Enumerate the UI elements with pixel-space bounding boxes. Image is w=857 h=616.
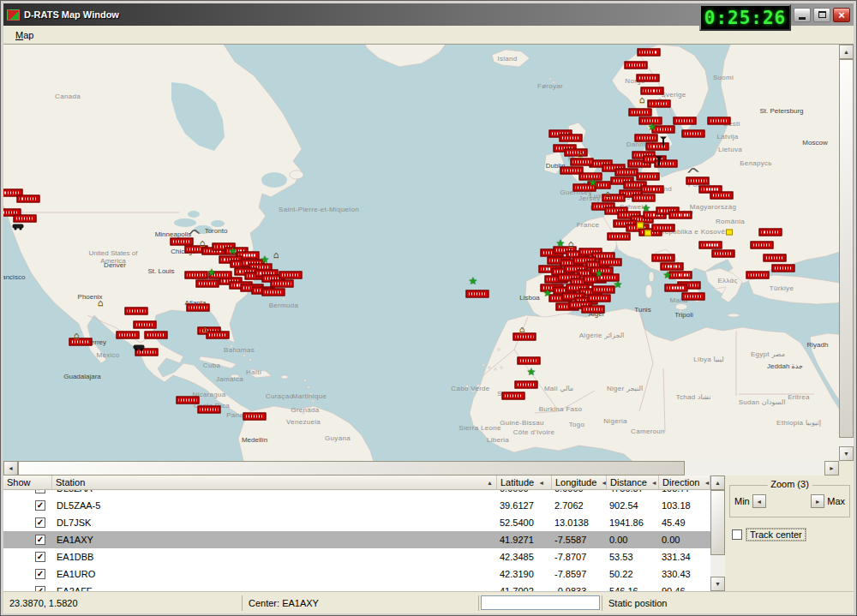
station-marker-red[interactable] (608, 233, 631, 241)
show-checkbox[interactable]: ✓ (35, 500, 45, 511)
map-hscroll-track[interactable] (18, 461, 824, 475)
status-entry-field[interactable] (481, 595, 600, 610)
minimize-button[interactable] (794, 8, 811, 22)
station-marker-red[interactable] (177, 397, 200, 404)
station-marker-red[interactable] (648, 100, 671, 108)
station-marker-red[interactable] (764, 254, 787, 262)
station-marker-star[interactable]: ★ (642, 203, 651, 213)
station-marker-antenna[interactable] (662, 139, 664, 147)
zoom-in-button[interactable]: ► (811, 494, 824, 508)
table-row[interactable]: ✓DL7JSK52.540013.01381941.8645.49 (3, 514, 710, 531)
station-marker-red[interactable] (69, 338, 93, 346)
table-row[interactable]: ✓EA1URO42.3190-7.859750.22330.43 (3, 565, 710, 583)
station-marker-red[interactable] (565, 149, 588, 157)
zoom-out-button[interactable]: ◄ (752, 494, 766, 508)
map-horizontal-scrollbar[interactable]: ◄ ► (3, 461, 839, 475)
map-hscroll-thumb[interactable] (18, 461, 685, 475)
show-checkbox[interactable]: ✓ (35, 586, 45, 591)
station-marker-house[interactable]: ⌂ (568, 239, 574, 248)
table-scrollbar[interactable]: ▲ ▼ (710, 475, 725, 591)
station-marker-red[interactable] (518, 357, 541, 365)
column-header-direction[interactable]: Direction◄ (659, 475, 710, 490)
station-marker-red[interactable] (708, 117, 731, 125)
station-marker-house[interactable]: ⌂ (578, 149, 584, 158)
station-marker-red[interactable] (17, 195, 40, 203)
station-marker-antenna[interactable] (658, 158, 660, 166)
station-marker-house[interactable]: ⌂ (74, 331, 80, 340)
map-canvas[interactable]: CanadaUnited States of AmericaMéxicoCuba… (3, 45, 839, 461)
maximize-button[interactable] (813, 8, 830, 22)
station-marker-star[interactable]: ★ (527, 367, 536, 377)
station-marker-red[interactable] (145, 332, 168, 339)
station-marker-house[interactable]: ⌂ (639, 95, 645, 105)
station-marker-red[interactable] (772, 265, 795, 272)
station-marker-red[interactable] (635, 135, 658, 142)
station-marker-star[interactable]: ★ (469, 276, 478, 286)
station-marker-house[interactable]: ⌂ (605, 189, 611, 199)
station-marker-star[interactable]: ★ (663, 270, 673, 280)
track-center-label[interactable]: Track center (746, 529, 806, 541)
station-marker-red[interactable] (198, 406, 221, 414)
station-marker-red[interactable] (271, 280, 294, 288)
table-scroll-up-button[interactable]: ▲ (710, 475, 725, 490)
station-marker-red[interactable] (117, 332, 140, 339)
show-checkbox[interactable]: ✓ (35, 535, 45, 545)
scroll-down-button[interactable]: ▼ (839, 446, 854, 461)
station-marker-red[interactable] (134, 321, 157, 329)
station-marker-red[interactable] (466, 290, 489, 298)
station-marker-red[interactable] (637, 75, 660, 82)
station-marker-red[interactable] (746, 272, 770, 279)
station-marker-red[interactable] (637, 173, 660, 181)
show-checkbox[interactable]: ✓ (35, 490, 45, 493)
station-marker-red[interactable] (243, 413, 267, 421)
station-marker-house[interactable]: ⌂ (519, 325, 525, 334)
station-marker-red[interactable] (599, 259, 622, 266)
station-marker-red[interactable] (669, 212, 692, 219)
scroll-right-button[interactable]: ► (824, 461, 839, 475)
station-marker-red[interactable] (632, 194, 656, 202)
station-marker-star[interactable]: ★ (261, 254, 270, 265)
station-marker-red[interactable] (646, 143, 669, 151)
station-marker-red[interactable] (751, 242, 774, 249)
station-marker-red[interactable] (682, 130, 705, 138)
station-marker-red[interactable] (652, 254, 675, 262)
station-marker-red[interactable] (515, 381, 538, 389)
station-marker-red[interactable] (592, 286, 615, 294)
station-marker-red[interactable] (665, 284, 688, 292)
station-marker-red[interactable] (625, 62, 648, 69)
station-marker-red[interactable] (513, 333, 536, 341)
column-header-station[interactable]: Station▲ (52, 475, 497, 490)
show-checkbox[interactable]: ✓ (35, 552, 45, 562)
station-marker-star[interactable]: ★ (648, 122, 657, 132)
station-marker-red[interactable] (207, 332, 230, 339)
station-marker-red[interactable] (502, 392, 525, 400)
station-marker-star[interactable]: ★ (207, 267, 217, 278)
station-marker-house[interactable]: ⌂ (273, 250, 279, 260)
table-row[interactable]: ✓EA2AFF41.7002-0.9833546.1690.46 (3, 583, 710, 591)
station-marker-red[interactable] (14, 215, 37, 223)
station-marker-red[interactable] (262, 289, 285, 296)
map-vscroll-track[interactable] (839, 59, 854, 446)
station-marker-red[interactable] (759, 229, 782, 236)
station-marker-star[interactable]: ★ (543, 288, 553, 298)
station-marker-red[interactable] (571, 158, 594, 166)
station-marker-star[interactable]: ★ (589, 177, 598, 188)
station-marker-house[interactable]: ⌂ (202, 324, 208, 333)
station-marker-red[interactable] (279, 272, 303, 279)
column-header-show[interactable]: Show (3, 475, 52, 490)
station-marker-red[interactable] (185, 272, 208, 279)
station-marker-red[interactable] (674, 117, 697, 125)
station-marker-red[interactable] (710, 192, 734, 200)
table-scroll-thumb[interactable] (710, 490, 725, 555)
station-marker-flag[interactable] (726, 230, 733, 236)
station-marker-star[interactable]: ★ (614, 279, 623, 290)
column-header-distance[interactable]: Distance◄ (607, 475, 659, 490)
station-marker-star[interactable]: ★ (556, 238, 566, 248)
map-vscroll-thumb[interactable] (839, 59, 854, 438)
station-marker-red[interactable] (196, 280, 219, 288)
station-marker-red[interactable] (682, 293, 705, 301)
station-marker-red[interactable] (582, 306, 605, 314)
station-marker-star[interactable]: ★ (229, 246, 238, 256)
station-marker-car[interactable] (13, 224, 24, 229)
station-marker-red[interactable] (125, 308, 148, 315)
